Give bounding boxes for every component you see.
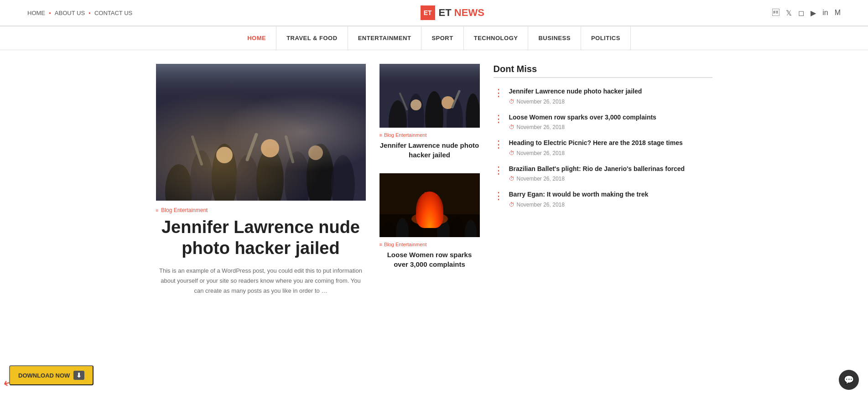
card-1-image [379, 64, 480, 128]
nav-sport[interactable]: SPORT [421, 26, 463, 50]
sidebar-item-3-date: ⏱ November 26, 2018 [509, 150, 683, 156]
svg-rect-0 [156, 64, 366, 201]
svg-point-7 [307, 144, 334, 201]
sidebar-item-5-content: Barry Egan: It would be worth making the… [509, 190, 649, 208]
crowd-image [156, 64, 366, 201]
svg-line-13 [247, 135, 256, 160]
top-nav-contact[interactable]: CONTACT US [94, 10, 132, 16]
svg-point-9 [216, 147, 233, 163]
svg-point-4 [235, 155, 259, 201]
nav-politics[interactable]: POLITICS [581, 26, 631, 50]
sidebar-dot-3: ⋮ [494, 140, 504, 150]
nav-travel-food[interactable]: TRAVEL & FOOD [276, 26, 348, 50]
sidebar-dot-2: ⋮ [494, 114, 504, 124]
svg-point-37 [424, 198, 435, 221]
card-1-title: Jennifer Lawrence nude photo hacker jail… [379, 140, 480, 160]
sidebar-item-5-title[interactable]: Barry Egan: It would be worth making the… [509, 190, 649, 199]
sidebar-item-5-date: ⏱ November 26, 2018 [509, 202, 649, 208]
sidebar-item-4-date: ⏱ November 26, 2018 [509, 176, 685, 182]
svg-rect-26 [379, 64, 480, 87]
card-2: ≡ Blog Entertainment Loose Women row spa… [379, 173, 480, 274]
sidebar-item-1-date: ⏱ November 26, 2018 [509, 98, 642, 105]
card-fire-svg [379, 173, 480, 237]
card-1-meta-icon: ≡ [379, 132, 382, 138]
article-meta: ≡ Blog Entertainment [156, 207, 366, 213]
logo-prefix: ET [439, 7, 454, 18]
card-1-meta: ≡ Blog Entertainment [379, 132, 480, 138]
card-2-title: Loose Women row sparks over 3,000 compla… [379, 250, 480, 269]
sidebar-item-4: ⋮ Brazilian Ballet's plight: Rio de Jane… [494, 165, 712, 182]
medium-icon[interactable]: M [835, 9, 841, 17]
linkedin-icon[interactable]: in [822, 9, 828, 17]
sidebar-item-4-title[interactable]: Brazilian Ballet's plight: Rio de Janeri… [509, 165, 685, 174]
menu-icon: ≡ [156, 208, 159, 213]
logo: ET ET NEWS [421, 5, 484, 20]
sidebar: Dont Miss ⋮ Jennifer Lawrence nude photo… [494, 64, 712, 296]
top-nav-about[interactable]: ABOUT US [55, 10, 85, 16]
card-2-image [379, 173, 480, 237]
svg-point-41 [422, 197, 424, 199]
sidebar-item-3-content: Heading to Electric Picnic? Here are the… [509, 139, 683, 156]
logo-text: ET NEWS [439, 7, 484, 19]
top-nav: HOME ● ABOUT US ● CONTACT US [27, 10, 132, 16]
svg-point-35 [411, 212, 448, 226]
sidebar-dot-5: ⋮ [494, 191, 504, 201]
card-1-meta-text: Blog Entertainment [384, 132, 427, 138]
instagram-icon[interactable]: ◻ [798, 9, 804, 17]
svg-point-2 [190, 150, 213, 201]
sidebar-title: Dont Miss [494, 64, 712, 74]
top-bar: HOME ● ABOUT US ● CONTACT US ET ET NEWS … [0, 0, 868, 26]
svg-point-1 [165, 164, 192, 201]
facebook-icon[interactable]:  [772, 9, 780, 17]
nav-business[interactable]: BUSINESS [528, 26, 581, 50]
sidebar-item-5: ⋮ Barry Egan: It would be worth making t… [494, 190, 712, 208]
svg-point-40 [430, 203, 434, 214]
svg-point-38 [426, 197, 433, 213]
svg-line-12 [192, 137, 202, 164]
clock-icon-1: ⏱ [509, 98, 515, 105]
sidebar-dot-4: ⋮ [494, 166, 504, 176]
nav-technology[interactable]: TECHNOLOGY [464, 26, 529, 50]
sidebar-item-1-content: Jennifer Lawrence nude photo hacker jail… [509, 87, 642, 105]
sidebar-item-3: ⋮ Heading to Electric Picnic? Here are t… [494, 139, 712, 156]
main-nav: HOME TRAVEL & FOOD ENTERTAINMENT SPORT T… [0, 26, 868, 50]
svg-point-5 [256, 148, 284, 201]
nav-home[interactable]: HOME [237, 26, 276, 50]
sidebar-item-4-date-text: November 26, 2018 [517, 176, 565, 182]
card-2-body: ≡ Blog Entertainment Loose Women row spa… [379, 237, 480, 274]
sidebar-item-2-title[interactable]: Loose Women row sparks over 3,000 compla… [509, 113, 656, 122]
sidebar-item-2: ⋮ Loose Women row sparks over 3,000 comp… [494, 113, 712, 131]
sidebar-item-2-date: ⏱ November 26, 2018 [509, 124, 656, 130]
clock-icon-4: ⏱ [509, 176, 515, 182]
youtube-icon[interactable]: ▶ [811, 9, 816, 17]
dot-2: ● [88, 11, 91, 15]
svg-point-43 [425, 192, 426, 193]
card-2-meta: ≡ Blog Entertainment [379, 242, 480, 247]
content-area: ≡ Blog Entertainment Jennifer Lawrence n… [142, 64, 726, 296]
hero-image [156, 64, 366, 201]
card-1: ≡ Blog Entertainment Jennifer Lawrence n… [379, 64, 480, 164]
svg-point-3 [212, 144, 237, 201]
card-1-body: ≡ Blog Entertainment Jennifer Lawrence n… [379, 128, 480, 164]
svg-line-14 [286, 137, 293, 162]
top-nav-home[interactable]: HOME [27, 10, 45, 16]
dot-1: ● [49, 11, 51, 15]
middle-column: ≡ Blog Entertainment Jennifer Lawrence n… [379, 64, 480, 296]
card-crowd-svg [379, 64, 480, 128]
svg-point-8 [331, 155, 355, 201]
svg-point-10 [261, 139, 279, 157]
main-article: ≡ Blog Entertainment Jennifer Lawrence n… [156, 64, 366, 296]
nav-entertainment[interactable]: ENTERTAINMENT [348, 26, 422, 50]
sidebar-divider [494, 77, 712, 78]
sidebar-item-2-content: Loose Women row sparks over 3,000 compla… [509, 113, 656, 131]
sidebar-item-1-title[interactable]: Jennifer Lawrence nude photo hacker jail… [509, 87, 642, 96]
article-meta-text: Blog Entertainment [161, 207, 208, 213]
logo-brand: NEWS [454, 7, 484, 18]
article-title: Jennifer Lawrence nude photo hacker jail… [156, 217, 366, 259]
sidebar-item-5-date-text: November 26, 2018 [517, 202, 565, 208]
svg-point-44 [433, 200, 435, 202]
sidebar-item-3-date-text: November 26, 2018 [517, 150, 565, 156]
twitter-icon[interactable]: 𝕏 [786, 9, 792, 17]
sidebar-item-3-title[interactable]: Heading to Electric Picnic? Here are the… [509, 139, 683, 148]
card-2-meta-text: Blog Entertainment [384, 242, 427, 247]
